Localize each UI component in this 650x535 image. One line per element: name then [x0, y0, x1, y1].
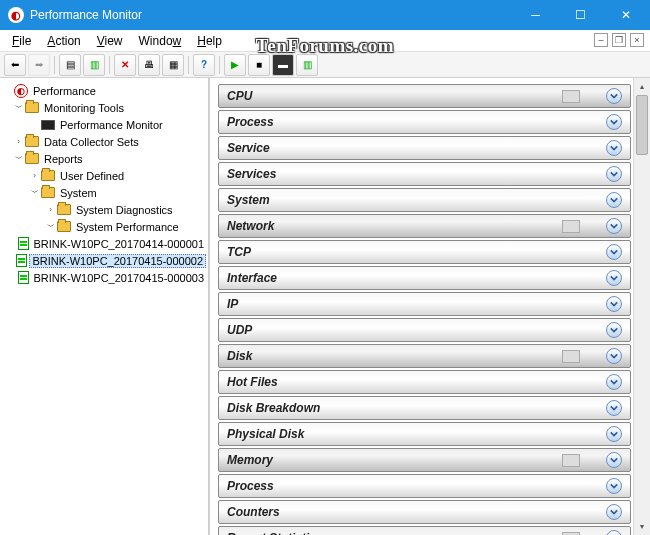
menu-action[interactable]: Action [39, 32, 88, 50]
collapse-button[interactable] [606, 504, 622, 520]
menu-window[interactable]: Window [131, 32, 190, 50]
view-button-2[interactable]: ■ [248, 54, 270, 76]
collapse-button[interactable] [606, 530, 622, 535]
maximize-button[interactable]: ☐ [558, 0, 603, 30]
content-area: ◐ Performance ﹀ Monitoring Tools Perform… [0, 78, 650, 535]
scroll-track[interactable] [634, 95, 650, 518]
panel-interface[interactable]: Interface [218, 266, 631, 290]
report-icon [16, 254, 27, 267]
chevron-right-icon[interactable]: › [13, 137, 24, 146]
chevron-right-icon[interactable]: › [45, 205, 56, 214]
vertical-scrollbar[interactable]: ▴ ▾ [633, 78, 650, 535]
tree-system-performance[interactable]: ﹀ System Performance [2, 218, 206, 235]
menu-view[interactable]: View [89, 32, 131, 50]
collapse-button[interactable] [606, 114, 622, 130]
show-hide-tree-button[interactable]: ▤ [59, 54, 81, 76]
collapse-button[interactable] [606, 400, 622, 416]
panel-counters[interactable]: Counters [218, 500, 631, 524]
chevron-down-icon[interactable]: ﹀ [13, 102, 24, 113]
back-button[interactable]: ⬅ [4, 54, 26, 76]
panel-label: IP [227, 297, 606, 311]
minimize-button[interactable]: ─ [513, 0, 558, 30]
mdi-minimize-button[interactable]: – [594, 33, 608, 47]
chevron-right-icon[interactable]: › [29, 171, 40, 180]
menu-help[interactable]: Help [189, 32, 230, 50]
new-window-button[interactable]: ▥ [83, 54, 105, 76]
panel-window-icon[interactable] [562, 454, 580, 467]
panel-memory[interactable]: Memory [218, 448, 631, 472]
tree-data-collector-sets[interactable]: › Data Collector Sets [2, 133, 206, 150]
scroll-up-button[interactable]: ▴ [634, 78, 650, 95]
panel-label: Counters [227, 505, 606, 519]
tree-system-diagnostics[interactable]: › System Diagnostics [2, 201, 206, 218]
tree-system[interactable]: ﹀ System [2, 184, 206, 201]
delete-button[interactable]: ✕ [114, 54, 136, 76]
folder-icon [57, 221, 71, 232]
tree-root-performance[interactable]: ◐ Performance [2, 82, 206, 99]
panel-report-statistics[interactable]: Report Statistics [218, 526, 631, 535]
collapse-button[interactable] [606, 244, 622, 260]
panel-ip[interactable]: IP [218, 292, 631, 316]
chevron-down-icon[interactable]: ﹀ [13, 153, 24, 164]
menu-file[interactable]: File [4, 32, 39, 50]
collapse-button[interactable] [606, 348, 622, 364]
panel-hot-files[interactable]: Hot Files [218, 370, 631, 394]
collapse-button[interactable] [606, 478, 622, 494]
collapse-button[interactable] [606, 140, 622, 156]
tree-reports[interactable]: ﹀ Reports [2, 150, 206, 167]
collapse-button[interactable] [606, 270, 622, 286]
mdi-close-button[interactable]: × [630, 33, 644, 47]
panel-disk[interactable]: Disk [218, 344, 631, 368]
collapse-button[interactable] [606, 322, 622, 338]
scroll-down-button[interactable]: ▾ [634, 518, 650, 535]
export-button[interactable]: ▦ [162, 54, 184, 76]
collapse-button[interactable] [606, 426, 622, 442]
panel-cpu[interactable]: CPU [218, 84, 631, 108]
tree-report-2[interactable]: BRINK-W10PC_20170415-000002 [2, 252, 206, 269]
tree-performance-monitor[interactable]: Performance Monitor [2, 116, 206, 133]
tree-monitoring-tools[interactable]: ﹀ Monitoring Tools [2, 99, 206, 116]
panel-disk-breakdown[interactable]: Disk Breakdown [218, 396, 631, 420]
panel-window-icon[interactable] [562, 532, 580, 536]
panel-network[interactable]: Network [218, 214, 631, 238]
collapse-button[interactable] [606, 88, 622, 104]
navigation-tree[interactable]: ◐ Performance ﹀ Monitoring Tools Perform… [0, 78, 210, 535]
tree-report-3[interactable]: BRINK-W10PC_20170415-000003 [2, 269, 206, 286]
collapse-button[interactable] [606, 374, 622, 390]
panel-udp[interactable]: UDP [218, 318, 631, 342]
help-button[interactable]: ? [193, 54, 215, 76]
panel-window-icon[interactable] [562, 90, 580, 103]
performance-icon: ◐ [14, 84, 28, 98]
panel-label: Process [227, 115, 606, 129]
panel-label: Disk [227, 349, 562, 363]
toolbar: ⬅ ➡ ▤ ▥ ✕ 🖶 ▦ ? ▶ ■ ▬ ▥ [0, 52, 650, 78]
collapse-button[interactable] [606, 166, 622, 182]
view-button-3[interactable]: ▬ [272, 54, 294, 76]
scroll-thumb[interactable] [636, 95, 648, 155]
forward-button[interactable]: ➡ [28, 54, 50, 76]
view-button-1[interactable]: ▶ [224, 54, 246, 76]
panel-physical-disk[interactable]: Physical Disk [218, 422, 631, 446]
panel-process[interactable]: Process [218, 110, 631, 134]
chevron-down-icon[interactable]: ﹀ [29, 187, 40, 198]
panel-services[interactable]: Services [218, 162, 631, 186]
panel-system[interactable]: System [218, 188, 631, 212]
panel-window-icon[interactable] [562, 220, 580, 233]
mdi-restore-button[interactable]: ❐ [612, 33, 626, 47]
folder-icon [57, 204, 71, 215]
tree-report-1[interactable]: BRINK-W10PC_20170414-000001 [2, 235, 206, 252]
collapse-button[interactable] [606, 296, 622, 312]
collapse-button[interactable] [606, 218, 622, 234]
panel-label: Services [227, 167, 606, 181]
panel-tcp[interactable]: TCP [218, 240, 631, 264]
tree-user-defined[interactable]: › User Defined [2, 167, 206, 184]
panel-service[interactable]: Service [218, 136, 631, 160]
collapse-button[interactable] [606, 452, 622, 468]
collapse-button[interactable] [606, 192, 622, 208]
panel-window-icon[interactable] [562, 350, 580, 363]
print-button[interactable]: 🖶 [138, 54, 160, 76]
panel-process[interactable]: Process [218, 474, 631, 498]
view-button-4[interactable]: ▥ [296, 54, 318, 76]
close-button[interactable]: ✕ [603, 0, 648, 30]
chevron-down-icon[interactable]: ﹀ [45, 221, 56, 232]
